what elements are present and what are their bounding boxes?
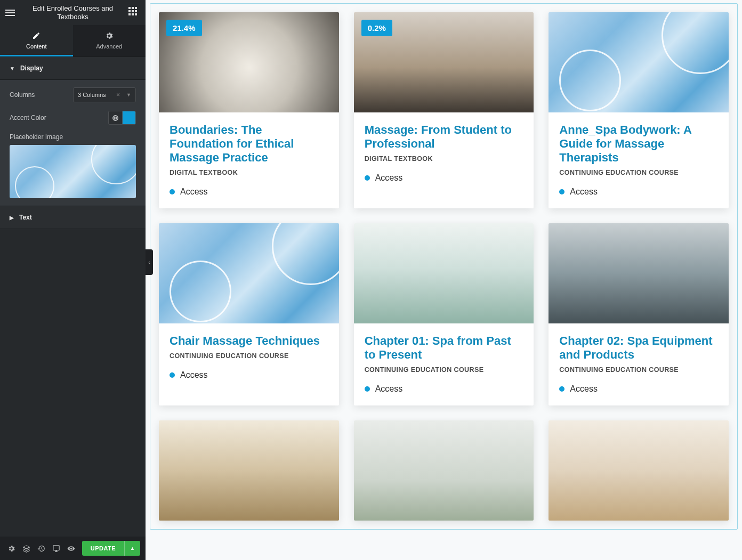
card-body: Anne_Spa Bodywork: A Guide for Massage T… (549, 112, 729, 208)
card-body: Boundaries: The Foundation for Ethical M… (159, 112, 339, 208)
chevron-right-icon: ▶ (10, 215, 14, 221)
placeholder-label: Placeholder Image (10, 133, 136, 141)
card-status: Access (559, 187, 718, 197)
sidebar-tabs: Content Advanced (0, 25, 146, 56)
tab-content-label: Content (26, 43, 47, 50)
navigator-icon[interactable] (20, 541, 33, 556)
gear-icon (105, 31, 114, 40)
card-thumbnail[interactable]: 21.4% (159, 12, 339, 112)
course-card: Chapter 02: Spa Equipment and ProductsCO… (549, 223, 729, 405)
card-thumbnail[interactable] (549, 12, 729, 112)
card-subtitle: CONTINUING EDUCATION COURSE (365, 366, 523, 374)
columns-value: 3 Columns (78, 92, 106, 98)
card-subtitle: CONTINUING EDUCATION COURSE (559, 366, 718, 374)
sidebar-header: Edit Enrolled Courses and Textbooks (0, 0, 146, 25)
pencil-icon (32, 31, 41, 40)
accent-row: Accent Color (10, 111, 136, 125)
card-title[interactable]: Chapter 02: Spa Equipment and Products (559, 334, 718, 362)
globe-icon[interactable] (108, 111, 122, 125)
card-body: Chair Massage TechniquesCONTINUING EDUCA… (159, 323, 339, 392)
sidebar-body: ▼ Display Columns 3 Columns × ▼ Accent C… (0, 56, 146, 537)
tab-advanced[interactable]: Advanced (73, 25, 146, 56)
course-card: Chapter 01: Spa from Past to PresentCONT… (354, 223, 534, 405)
course-card: 21.4%Boundaries: The Foundation for Ethi… (159, 12, 339, 208)
card-thumbnail[interactable] (159, 420, 339, 521)
card-title[interactable]: Chair Massage Techniques (170, 334, 328, 348)
card-body: Chapter 02: Spa Equipment and ProductsCO… (549, 323, 729, 405)
progress-badge: 0.2% (361, 20, 392, 36)
placeholder-image[interactable] (10, 145, 136, 198)
courses-grid: 21.4%Boundaries: The Foundation for Ethi… (150, 4, 737, 529)
card-title[interactable]: Anne_Spa Bodywork: A Guide for Massage T… (559, 123, 718, 165)
card-thumbnail[interactable] (354, 420, 534, 521)
card-subtitle: DIGITAL TEXTBOOK (170, 169, 328, 176)
card-subtitle: CONTINUING EDUCATION COURSE (170, 352, 328, 360)
card-title[interactable]: Boundaries: The Foundation for Ethical M… (170, 123, 328, 165)
clear-icon[interactable]: × (116, 91, 120, 99)
placeholder-row: Placeholder Image (10, 133, 136, 198)
card-title[interactable]: Massage: From Student to Professional (365, 123, 523, 151)
section-text-label: Text (19, 214, 32, 221)
sidebar-footer: UPDATE ▲ (0, 537, 146, 560)
card-status: Access (365, 173, 523, 183)
course-card (549, 420, 729, 521)
accent-label: Accent Color (10, 114, 46, 121)
settings-icon[interactable] (5, 541, 18, 556)
section-display-body: Columns 3 Columns × ▼ Accent Color Place… (0, 80, 146, 206)
progress-badge: 21.4% (166, 20, 202, 36)
course-card: Chair Massage TechniquesCONTINUING EDUCA… (159, 223, 339, 405)
update-options-caret[interactable]: ▲ (124, 541, 140, 556)
color-swatch[interactable] (122, 111, 136, 125)
sidebar-panel: Edit Enrolled Courses and Textbooks Cont… (0, 0, 146, 560)
columns-row: Columns 3 Columns × ▼ (10, 87, 136, 102)
main-canvas: 21.4%Boundaries: The Foundation for Ethi… (146, 0, 742, 560)
sidebar-title: Edit Enrolled Courses and Textbooks (17, 4, 128, 21)
chevron-down-icon: ▼ (126, 92, 131, 98)
card-subtitle: CONTINUING EDUCATION COURSE (559, 169, 718, 176)
card-status: Access (365, 384, 523, 394)
hamburger-menu-icon[interactable] (5, 7, 17, 19)
card-subtitle: DIGITAL TEXTBOOK (365, 155, 523, 163)
section-display-label: Display (20, 64, 43, 72)
columns-label: Columns (10, 91, 35, 99)
card-title[interactable]: Chapter 01: Spa from Past to Present (365, 334, 523, 362)
panel-collapse-handle[interactable]: ‹ (146, 249, 153, 275)
preview-eye-icon[interactable] (65, 541, 78, 556)
columns-select[interactable]: 3 Columns × ▼ (73, 87, 136, 102)
widget-selection-outline[interactable]: 21.4%Boundaries: The Foundation for Ethi… (150, 3, 738, 530)
section-display-toggle[interactable]: ▼ Display (0, 56, 146, 80)
card-status: Access (170, 187, 328, 197)
card-body: Massage: From Student to ProfessionalDIG… (354, 112, 534, 194)
card-status: Access (559, 384, 718, 394)
widgets-grid-icon[interactable] (128, 7, 140, 19)
update-button[interactable]: UPDATE (82, 541, 124, 556)
card-thumbnail[interactable] (549, 420, 729, 521)
card-status: Access (170, 370, 328, 380)
course-card (354, 420, 534, 521)
course-card: 0.2%Massage: From Student to Professiona… (354, 12, 534, 208)
section-text-toggle[interactable]: ▶ Text (0, 206, 146, 229)
course-card: Anne_Spa Bodywork: A Guide for Massage T… (549, 12, 729, 208)
course-card (159, 420, 339, 521)
accent-color-control (108, 111, 136, 125)
card-thumbnail[interactable] (549, 223, 729, 323)
card-thumbnail[interactable] (354, 223, 534, 323)
update-button-group: UPDATE ▲ (82, 541, 140, 556)
tab-content[interactable]: Content (0, 25, 73, 56)
card-thumbnail[interactable] (159, 223, 339, 323)
history-icon[interactable] (35, 541, 48, 556)
card-body: Chapter 01: Spa from Past to PresentCONT… (354, 323, 534, 405)
card-thumbnail[interactable]: 0.2% (354, 12, 534, 112)
responsive-icon[interactable] (50, 541, 63, 556)
tab-advanced-label: Advanced (96, 43, 122, 50)
chevron-down-icon: ▼ (10, 66, 15, 71)
